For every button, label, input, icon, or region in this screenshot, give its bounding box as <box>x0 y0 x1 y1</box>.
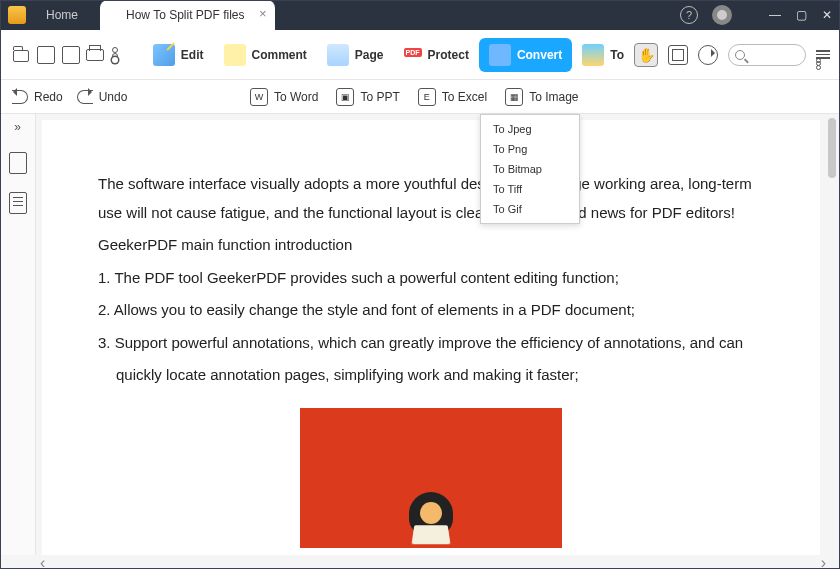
title-bar: Home How To Split PDF files × ? — ▢ ✕ <box>0 0 840 30</box>
to-image-dropdown: To Jpeg To Png To Bitmap To Tiff To Gif <box>480 114 580 224</box>
to-ppt-button[interactable]: ▣ To PPT <box>336 88 399 106</box>
doc-list-item: 1. The PDF tool GeekerPDF provides such … <box>98 264 764 293</box>
close-tab-icon[interactable]: × <box>259 6 267 21</box>
doc-list-item: 2. Allows you to easily change the style… <box>98 296 764 325</box>
app-icon <box>8 6 26 24</box>
tab-edit[interactable]: Edit <box>143 38 214 72</box>
tab-tool[interactable]: To <box>572 38 634 72</box>
open-file-icon[interactable] <box>10 43 24 67</box>
to-image-button[interactable]: ▦ To Image <box>505 88 578 106</box>
document-viewport: The software interface visually adopts a… <box>36 114 826 555</box>
ppt-icon: ▣ <box>336 88 354 106</box>
doc-paragraph: The software interface visually adopts a… <box>98 170 764 227</box>
doc-list-item: quickly locate annotation pages, simplif… <box>98 361 764 390</box>
tab-protect[interactable]: PDF Protect <box>394 42 479 68</box>
pdf-badge-icon: PDF <box>404 48 422 57</box>
redo-label: Redo <box>34 90 63 104</box>
tab-edit-label: Edit <box>181 48 204 62</box>
dropdown-item-bitmap[interactable]: To Bitmap <box>481 159 579 179</box>
tab-page[interactable]: Page <box>317 38 394 72</box>
undo-icon <box>77 90 93 104</box>
tab-tool-label: To <box>610 48 624 62</box>
tab-convert-label: Convert <box>517 48 562 62</box>
to-word-button[interactable]: W To Word <box>250 88 318 106</box>
doc-list-item: 3. Support powerful annotations, which c… <box>98 329 764 358</box>
to-word-label: To Word <box>274 90 318 104</box>
tab-comment-label: Comment <box>252 48 307 62</box>
file-tab[interactable]: How To Split PDF files × <box>100 0 274 30</box>
help-icon[interactable]: ? <box>680 6 698 24</box>
page-icon <box>327 44 349 66</box>
comment-icon <box>224 44 246 66</box>
select-tool-icon[interactable] <box>668 45 688 65</box>
hand-tool-icon[interactable]: ✋ <box>634 43 658 67</box>
close-window-button[interactable]: ✕ <box>814 8 840 22</box>
convert-subtoolbar: Redo Undo W To Word ▣ To PPT E To Excel … <box>0 80 840 114</box>
dropdown-item-jpeg[interactable]: To Jpeg <box>481 119 579 139</box>
convert-icon <box>489 44 511 66</box>
rotate-icon[interactable] <box>698 45 718 65</box>
doc-illustration <box>300 408 562 548</box>
tool-icon <box>582 44 604 66</box>
list-view-toggle-icon[interactable] <box>816 50 830 59</box>
to-excel-button[interactable]: E To Excel <box>418 88 487 106</box>
search-icon <box>735 50 745 60</box>
to-ppt-label: To PPT <box>360 90 399 104</box>
tab-convert[interactable]: Convert <box>479 38 572 72</box>
horizontal-scrollbar[interactable] <box>40 557 826 567</box>
outline-icon[interactable] <box>9 192 27 214</box>
search-input[interactable] <box>728 44 806 66</box>
excel-icon: E <box>418 88 436 106</box>
ribbon-toolbar: Edit Comment Page PDF Protect Convert To… <box>0 30 840 80</box>
to-image-label: To Image <box>529 90 578 104</box>
undo-button[interactable]: Undo <box>77 90 128 104</box>
tab-comment[interactable]: Comment <box>214 38 317 72</box>
tab-protect-label: Protect <box>428 48 469 62</box>
edit-icon <box>153 44 175 66</box>
scrollbar-thumb[interactable] <box>828 118 836 178</box>
undo-label: Undo <box>99 90 128 104</box>
thumbnails-icon[interactable] <box>9 152 27 174</box>
minimize-button[interactable]: — <box>762 8 788 22</box>
share-icon[interactable] <box>108 43 122 67</box>
pdf-page[interactable]: The software interface visually adopts a… <box>42 120 820 555</box>
print-icon[interactable] <box>83 43 97 67</box>
save-as-icon[interactable] <box>59 43 73 67</box>
hacker-illustration-icon <box>401 488 461 548</box>
vertical-scrollbar[interactable] <box>828 118 838 551</box>
user-avatar-icon[interactable] <box>712 5 732 25</box>
dropdown-item-png[interactable]: To Png <box>481 139 579 159</box>
doc-paragraph: GeekerPDF main function introduction <box>98 231 764 260</box>
dropdown-item-tiff[interactable]: To Tiff <box>481 179 579 199</box>
to-excel-label: To Excel <box>442 90 487 104</box>
redo-icon <box>12 90 28 104</box>
maximize-button[interactable]: ▢ <box>788 8 814 22</box>
dropdown-item-gif[interactable]: To Gif <box>481 199 579 219</box>
left-panel-rail: » <box>0 114 36 555</box>
tab-page-label: Page <box>355 48 384 62</box>
save-icon[interactable] <box>34 43 48 67</box>
image-icon: ▦ <box>505 88 523 106</box>
redo-button[interactable]: Redo <box>12 90 63 104</box>
word-icon: W <box>250 88 268 106</box>
home-tab[interactable]: Home <box>32 8 92 22</box>
expand-panel-icon[interactable]: » <box>14 120 21 134</box>
file-tab-label: How To Split PDF files <box>126 8 244 22</box>
